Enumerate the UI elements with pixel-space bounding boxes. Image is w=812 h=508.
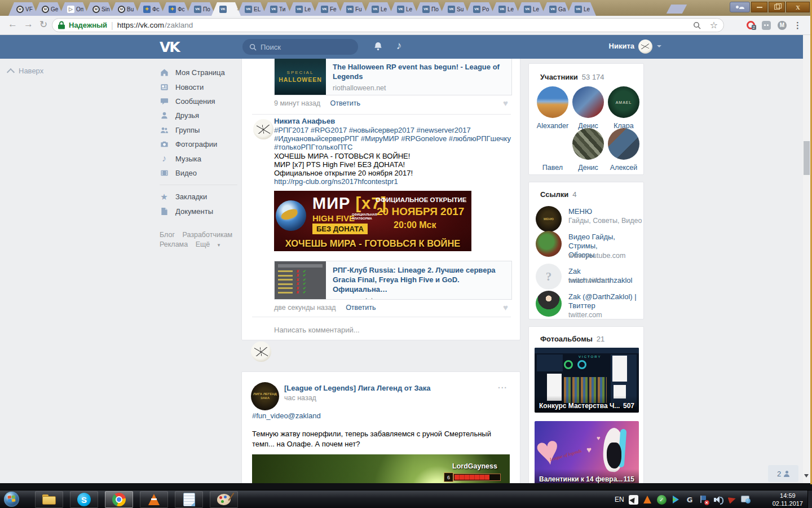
sidebar-item-documents[interactable]: Документы [160, 204, 239, 218]
avatar[interactable]: AMAEL [608, 86, 639, 118]
restore-button[interactable] [769, 2, 785, 12]
browser-menu-icon[interactable]: ⋮ [793, 20, 802, 30]
horn-tray-icon[interactable] [727, 495, 737, 505]
network-icon[interactable] [742, 495, 751, 505]
footer-link-more[interactable]: Ещё [196, 240, 210, 248]
browser-tab[interactable]: Po [465, 2, 495, 16]
sidebar-item-friends[interactable]: Друзья [160, 108, 239, 122]
group-avatar[interactable]: ЛИГА ЛЕГЕНД ЗАКА [251, 382, 279, 410]
browser-tab[interactable]: По [414, 2, 444, 16]
taskbar-vlc-button[interactable] [140, 491, 168, 508]
link-item-thumb[interactable] [536, 291, 562, 317]
albums-title[interactable]: Фотоальбомы [540, 335, 593, 343]
bookmark-star-icon[interactable]: ☆ [710, 20, 718, 30]
members-title[interactable]: Участники [540, 73, 578, 81]
minimize-button[interactable] [751, 2, 767, 12]
sidebar-item-messages[interactable]: Сообщения [160, 94, 239, 108]
member-item[interactable]: Павел [536, 128, 570, 172]
language-indicator[interactable]: EN [615, 496, 624, 503]
taskbar-chrome-button[interactable] [105, 491, 133, 508]
browser-tab[interactable]: По [186, 2, 215, 16]
scrollbar-thumb[interactable] [804, 141, 810, 175]
browser-tab[interactable]: Фс [161, 2, 190, 16]
browser-tab[interactable]: Bu [110, 2, 139, 16]
sidebar-item-music[interactable]: ♪ Музыка [160, 151, 239, 165]
hashtags[interactable]: #толькоРПГтолькоПТС [274, 143, 511, 151]
link-preview-card[interactable]: SPECIAL HALLOWEEN The Halloween RP event… [274, 58, 512, 95]
online-members-widget[interactable]: 2 [768, 465, 798, 482]
zoom-icon[interactable] [693, 21, 701, 29]
avatar[interactable] [608, 128, 639, 160]
taskbar-paint-button[interactable] [210, 491, 238, 508]
scrollbar[interactable] [803, 35, 810, 484]
browser-tab[interactable]: Ти [262, 2, 292, 16]
taskbar-clock[interactable]: 14:59 02.11.2017 [773, 492, 803, 507]
comment-link[interactable]: http://rpg-club.org/ns2017hfcontestpr1 [274, 177, 511, 186]
browser-tab[interactable]: Le [389, 2, 418, 16]
post-author[interactable]: [League of Legends] Лига Легенд от Зака [284, 384, 431, 392]
taskbar-skype-button[interactable]: S [70, 491, 98, 508]
close-button[interactable]: X [786, 2, 810, 12]
sidebar-item-bookmarks[interactable]: ★ Закладки [160, 190, 239, 204]
links-title[interactable]: Ссылки [540, 190, 568, 199]
browser-tab[interactable]: Le [516, 2, 545, 16]
browser-tab[interactable]: Оп [59, 2, 89, 16]
like-heart-icon[interactable]: ♥ [503, 98, 508, 108]
footer-link-blog[interactable]: Блог [160, 231, 175, 239]
browser-tab[interactable]: Fe [313, 2, 342, 16]
member-item[interactable]: Денис [571, 128, 605, 172]
security-label[interactable]: Надежный [69, 21, 107, 29]
extension-icon[interactable] [762, 21, 771, 30]
member-item[interactable]: Alexander [536, 86, 570, 130]
music-icon[interactable]: ♪ [396, 40, 402, 52]
browser-tab[interactable]: Le [364, 2, 393, 16]
sidebar-item-news[interactable]: Новости [160, 80, 239, 94]
vlc-tray-icon[interactable] [643, 495, 652, 505]
browser-tab[interactable]: Le [491, 2, 520, 16]
sidebar-item-photos[interactable]: Фотографии [160, 137, 239, 151]
browser-tab[interactable]: Fu [338, 2, 368, 16]
link-item-title[interactable]: Zak (@DarthZaklol) | Твиттер [568, 292, 637, 310]
taskbar-explorer-button[interactable] [35, 491, 63, 508]
address-bar[interactable]: Надежный | https://vk.com /zakland ☆ [52, 18, 724, 32]
browser-tab[interactable]: Sin [85, 2, 114, 16]
forward-button[interactable]: → [24, 19, 33, 30]
action-center-flag-icon[interactable]: ✕ [699, 495, 709, 505]
search-input[interactable]: Поиск [242, 39, 358, 55]
avatar[interactable] [572, 86, 604, 118]
link-item-thumb[interactable]: ? [536, 264, 562, 290]
header-user-avatar[interactable] [638, 40, 652, 54]
sidebar-item-video[interactable]: Видео [160, 166, 239, 180]
browser-tab[interactable]: Фс [135, 2, 165, 16]
avatar[interactable] [537, 128, 568, 160]
footer-link-developers[interactable]: Разработчикам [183, 231, 233, 239]
avatar[interactable] [537, 86, 568, 118]
footer-link-ads[interactable]: Реклама [160, 240, 188, 248]
browser-tab[interactable]: Ge [34, 2, 63, 16]
antivirus-shield-icon[interactable]: ✓ [657, 495, 667, 505]
browser-tab[interactable]: Le [567, 2, 596, 16]
browser-tab[interactable]: Le [288, 2, 317, 16]
post-menu-icon[interactable]: ··· [498, 383, 508, 392]
browser-tab[interactable]: ✕ [211, 2, 241, 16]
member-item[interactable]: Денис [571, 86, 605, 130]
post-hashtag[interactable]: #fun_video@zakland [252, 411, 321, 420]
post-time[interactable]: час назад [284, 394, 316, 402]
hashtags[interactable]: #РПГ2017 #RPG2017 #новыйсервер2017 #news… [274, 126, 511, 134]
link-title[interactable]: The Halloween RP event has begun! - Leag… [333, 62, 505, 81]
volume-icon[interactable] [713, 495, 723, 505]
album-item[interactable]: ♥ League of legends ♥ ♥ Валентинки к 14 … [535, 421, 639, 484]
link-item-thumb[interactable] [536, 231, 562, 257]
album-item[interactable]: VICTORY Конкурс Мастерства Ч... 507 [535, 348, 639, 413]
link-title[interactable]: РПГ-Клуб Russia: Lineage 2. Лучшие серве… [333, 265, 505, 294]
browser-tab[interactable]: EL [237, 2, 266, 16]
browser-profile-button[interactable] [730, 2, 750, 12]
header-user-name[interactable]: Никита [609, 42, 634, 50]
reload-button[interactable]: ↻ [39, 19, 47, 30]
back-to-top-link[interactable]: Наверх [8, 67, 43, 75]
taskbar-notepad-button[interactable] [175, 491, 203, 508]
start-button[interactable] [4, 492, 19, 507]
updater-tray-icon[interactable] [671, 495, 681, 505]
like-heart-icon[interactable]: ♥ [503, 303, 508, 312]
reply-link[interactable]: Ответить [330, 99, 360, 107]
